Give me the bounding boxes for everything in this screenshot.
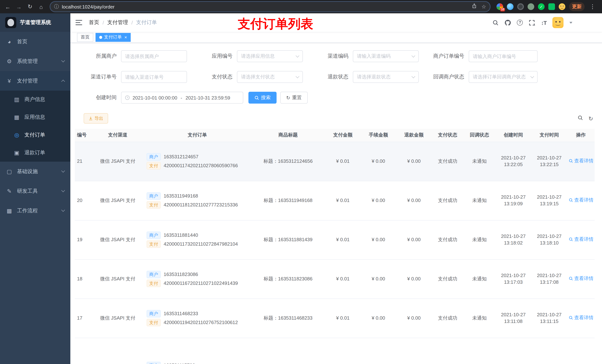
browser-forward-icon[interactable]: → <box>15 3 23 10</box>
search-button[interactable]: 搜索 <box>248 92 277 104</box>
sidebar-item-dev-tools[interactable]: ✎ 研发工具 <box>0 181 70 201</box>
browser-back-icon[interactable]: ← <box>4 3 12 10</box>
reset-button-label: 重置 <box>292 94 302 101</box>
browser-menu-icon[interactable]: ⋮ <box>588 3 597 10</box>
breadcrumb-current: 支付订单 <box>136 19 157 26</box>
pay-status-select[interactable]: 请选择支付状态 <box>237 71 303 83</box>
table-header-row: 编号 支付渠道 支付订单 商品标题 支付金额 手续金额 退款金额 支付状态 回调… <box>75 129 595 142</box>
close-icon[interactable]: × <box>124 35 127 40</box>
sidebar-item-workflow[interactable]: ▩ 工作流程 <box>0 201 70 220</box>
view-detail-link[interactable]: 查看详情 <box>569 275 593 282</box>
merchant-order-no: 1635311823086 <box>164 271 198 278</box>
extension-green-check-icon[interactable]: ✓ <box>538 3 545 10</box>
extension-dark-icon[interactable] <box>517 3 524 10</box>
toggle-search-icon[interactable] <box>578 115 583 122</box>
col-notify-status: 回调状态 <box>463 129 495 142</box>
tab-pay-orders[interactable]: 支付订单 × <box>96 33 131 42</box>
select-placeholder: 请选择订单回调商户状态 <box>473 74 526 80</box>
view-detail-link[interactable]: 查看详情 <box>569 236 593 243</box>
extension-face-icon[interactable] <box>559 3 565 10</box>
sidebar-item-app-info[interactable]: ▦ 应用信息 <box>0 108 70 126</box>
browser-home-icon[interactable]: ⌂ <box>37 3 45 10</box>
search-icon <box>254 95 259 100</box>
merchant-order-no: 1635312124657 <box>164 154 198 160</box>
merchant-order-no: 1635311881440 <box>164 232 198 239</box>
avatar-caret-icon[interactable] <box>570 22 572 23</box>
share-icon[interactable] <box>472 3 477 10</box>
merchant-select-input[interactable] <box>121 50 187 62</box>
target-icon: ◎ <box>13 132 20 138</box>
pay-channel-cell: 微信 JSAPI 支付 <box>92 299 144 338</box>
font-size-icon[interactable]: ↕T <box>541 20 547 26</box>
refund-status-select[interactable]: 请选择退款状态 <box>353 71 419 83</box>
table-row-partial[interactable]: 商户163531115796 <box>75 338 595 364</box>
refresh-icon: ↻ <box>286 95 290 100</box>
sidebar-item-pay-management[interactable]: ¥ 支付管理 <box>0 71 70 91</box>
sidebar-item-pay-orders[interactable]: ◎ 支付订单 <box>0 126 70 144</box>
reset-button[interactable]: ↻ 重置 <box>280 92 308 104</box>
export-button[interactable]: 导出 <box>84 113 108 124</box>
sidebar-item-refund-orders[interactable]: ▣ 退款订单 <box>0 144 70 162</box>
col-refund-amount: 退款金额 <box>396 129 432 142</box>
refresh-table-icon[interactable]: ↻ <box>589 116 593 121</box>
app-root: ← → ↻ ⌂ ⓘ localhost:1024/pay/order ☆ 10 … <box>0 0 602 364</box>
table-row[interactable]: 21 微信 JSAPI 支付 商户1635312124657 支付4200001… <box>75 142 595 181</box>
notify-status-cell: 未通知 <box>463 142 495 181</box>
merchant-order-no-input[interactable] <box>469 50 538 62</box>
table-row[interactable]: 17 微信 JSAPI 支付 商户1635311468233 支付4200001… <box>75 299 595 338</box>
channel-code-label: 渠道编码 <box>307 53 353 60</box>
table-row[interactable]: 19 微信 JSAPI 支付 商户1635311881440 支付4200001… <box>75 220 595 259</box>
pay-status-label: 支付状态 <box>191 74 237 80</box>
browser-update-button[interactable]: 更新 <box>569 2 585 11</box>
notify-status-select[interactable]: 请选择订单回调商户状态 <box>469 71 538 83</box>
view-detail-link[interactable]: 查看详情 <box>569 197 593 203</box>
refund-status-label: 退款状态 <box>307 74 353 80</box>
channel-code-select[interactable]: 请输入渠道编码 <box>353 50 419 62</box>
avatar[interactable] <box>552 17 563 28</box>
pay-order-no: 4200001173202110272847982104 <box>164 241 238 248</box>
pay-order-cell: 商户1635311881440 支付4200001173202110272847… <box>144 220 251 259</box>
extension-blue-icon[interactable] <box>507 3 514 10</box>
order-id-cell: 17 <box>75 299 92 338</box>
search-icon[interactable] <box>493 20 499 26</box>
table-row[interactable]: 20 微信 JSAPI 支付 商户1635311949168 支付4200001… <box>75 181 595 220</box>
channel-order-no-input[interactable] <box>121 71 187 83</box>
fee-amount-cell: ¥ 0.00 <box>361 259 396 299</box>
view-detail-link[interactable]: 查看详情 <box>569 314 593 321</box>
pay-status-cell: 支付成功 <box>432 142 463 181</box>
sidebar-item-infrastructure[interactable]: ▢ 基础设施 <box>0 162 70 181</box>
help-icon[interactable]: ? <box>517 20 523 26</box>
action-cell: 查看详情 <box>567 220 595 259</box>
extensions-bar: 10 ✓ 更新 ⋮ <box>495 2 598 11</box>
sidebar-item-home[interactable]: ◕ 首页 <box>0 32 70 52</box>
notify-status-cell: 未通知 <box>463 220 495 259</box>
fullscreen-icon[interactable] <box>529 20 535 26</box>
sidebar-item-label: 研发工具 <box>17 188 38 194</box>
site-info-icon[interactable]: ⓘ <box>54 3 59 10</box>
app-id-select[interactable]: 请选择应用信息 <box>237 50 303 62</box>
export-button-label: 导出 <box>94 115 103 122</box>
table-row[interactable]: 18 微信 JSAPI 支付 商户1635311823086 支付4200001… <box>75 259 595 299</box>
extension-green-square-icon[interactable] <box>548 3 555 10</box>
app-title: 芋道管理系统 <box>20 19 51 26</box>
bookmark-star-icon[interactable]: ☆ <box>482 4 486 10</box>
create-time-cell: 2021-10-2713:19:09 <box>495 181 531 220</box>
browser-address-bar[interactable]: ⓘ localhost:1024/pay/order ☆ <box>50 2 490 11</box>
browser-reload-icon[interactable]: ↻ <box>26 3 34 10</box>
hamburger-icon[interactable] <box>75 20 82 25</box>
search-button-label: 搜索 <box>261 94 271 101</box>
sidebar-item-system[interactable]: ⚙ 系统管理 <box>0 52 70 71</box>
sidebar-item-merchant-info[interactable]: ▥ 商户信息 <box>0 91 70 108</box>
search-icon <box>569 276 573 281</box>
create-time-cell: 2021-10-2713:18:02 <box>495 220 531 259</box>
navbar-actions: ? ↕T <box>493 17 597 28</box>
tab-home[interactable]: 首页 <box>77 33 93 42</box>
extension-colorful-icon[interactable]: 10 <box>496 3 503 10</box>
breadcrumb-home[interactable]: 首页 <box>89 19 99 26</box>
github-icon[interactable] <box>505 20 511 26</box>
view-detail-link[interactable]: 查看详情 <box>569 157 593 164</box>
create-time-range-picker[interactable]: 2021-10-01 00:00:00 - 2021-10-31 23:59:5… <box>121 92 243 104</box>
breadcrumb-pay-management[interactable]: 支付管理 <box>107 19 128 26</box>
breadcrumb-separator: / <box>131 20 133 26</box>
extension-sage-icon[interactable] <box>527 3 534 10</box>
